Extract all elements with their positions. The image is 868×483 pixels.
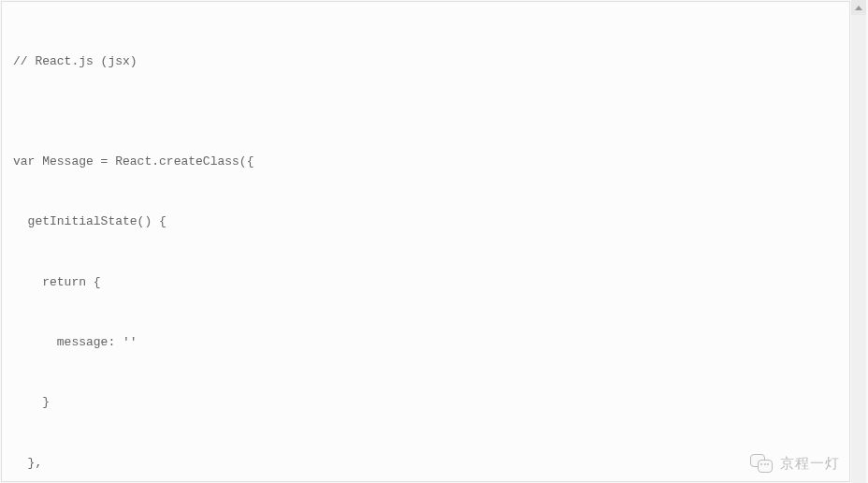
code-line: }, (13, 453, 838, 473)
code-line: var Message = React.createClass({ (13, 152, 838, 171)
code-block: // React.js (jsx) var Message = React.cr… (1, 1, 850, 482)
code-line: // React.js (jsx) (13, 51, 838, 71)
code-line: } (13, 392, 838, 412)
watermark-text: 京程一灯 (780, 452, 840, 476)
code-line: getInitialState() { (13, 212, 838, 231)
chat-icon (750, 454, 774, 475)
scrollbar-vertical[interactable] (851, 0, 866, 483)
scrollbar-arrow-up-icon[interactable] (851, 0, 866, 15)
watermark: 京程一灯 (750, 452, 840, 476)
code-line: return { (13, 272, 838, 292)
code-line: message: '' (13, 332, 838, 352)
